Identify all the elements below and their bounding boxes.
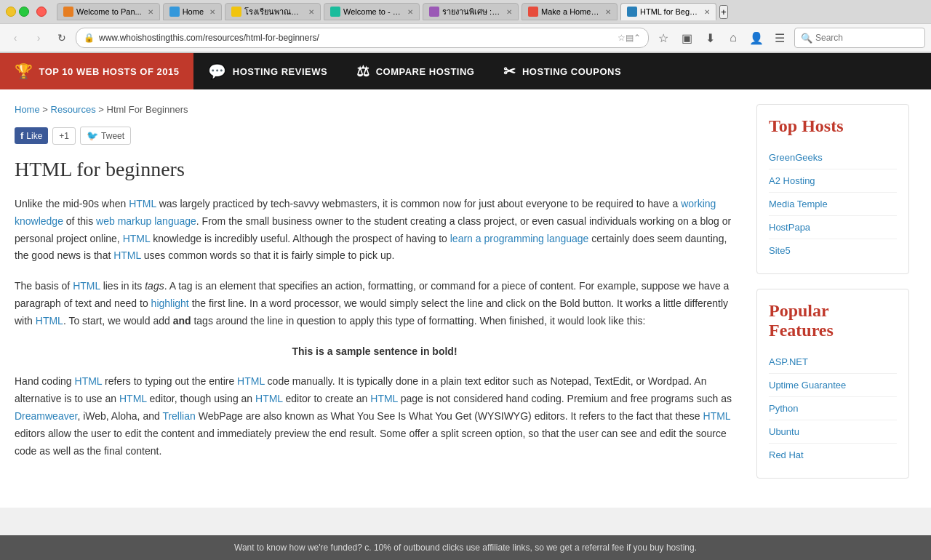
html-link-1[interactable]: HTML [129,198,156,209]
sidebar-link-redhat[interactable]: Red Hat [769,444,897,466]
popular-features-box: Popular Features ASP.NET Uptime Guarante… [756,289,909,479]
tab-close-2[interactable]: ✕ [209,8,215,16]
main-content: Home > Resources > Html For Beginners f … [0,89,931,508]
reload-button[interactable]: ↻ [52,28,71,47]
trellian-link[interactable]: Trellian [162,410,195,422]
tab-7-active[interactable]: HTML for Begin... ✕ [620,3,716,20]
highlight-link[interactable]: highlight [151,297,189,309]
html-link-2[interactable]: HTML [123,233,151,244]
facebook-icon: f [20,130,23,141]
tab-3[interactable]: โรงเรียนพาณทอง ... ✕ [225,3,321,20]
window-close[interactable] [36,7,47,17]
bookmark-button[interactable]: ☆ [653,28,674,48]
html-editor-link-2[interactable]: HTML [255,393,283,404]
breadcrumb: Home > Resources > Html For Beginners [15,104,735,115]
window-minimize[interactable] [6,7,16,17]
article-paragraph-1: Unlike the mid-90s when HTML was largely… [15,196,735,265]
new-tab-button[interactable]: + [719,5,728,19]
gplus-button[interactable]: +1 [52,127,76,145]
nav-compare-label: COMPARE HOSTING [376,66,475,77]
web-markup-link[interactable]: web markup language [96,215,196,227]
social-buttons: f Like +1 🐦 Tweet [15,127,735,145]
tab-label-5: รายงานพิเศษ : เคล็ดลัด... [442,5,500,18]
home-button[interactable]: ⌂ [723,28,743,48]
lock-icon: 🔒 [84,33,95,43]
download-button[interactable]: ⬇ [700,28,720,48]
sidebar-link-ubuntu[interactable]: Ubuntu [769,420,897,444]
tab-bar: Welcome to Pan... ✕ Home ✕ โรงเรียนพาณทอ… [0,0,931,23]
article: HTML for beginners Unlike the mid-90s wh… [15,158,735,460]
html-editor-link-1[interactable]: HTML [119,393,147,404]
tab-close-6[interactable]: ✕ [605,8,611,16]
trophy-icon: 🏆 [15,63,33,80]
tab-6[interactable]: Make a Home w... ✕ [522,3,618,20]
sidebar: Top Hosts GreenGeeks A2 Hosting Media Te… [749,104,916,493]
tab-label-3: โรงเรียนพาณทอง ... [244,5,303,18]
tweet-button[interactable]: 🐦 Tweet [80,127,131,145]
tweet-label: Tweet [101,131,124,141]
sidebar-link-mediatemple[interactable]: Media Temple [769,193,897,216]
html-link-3[interactable]: HTML [113,249,141,261]
tab-close-3[interactable]: ✕ [308,8,314,16]
sidebar-link-python[interactable]: Python [769,397,897,420]
pocket-button[interactable]: ▣ [676,28,697,48]
sidebar-link-hostpapa[interactable]: HostPapa [769,216,897,239]
nav-bar: ‹ › ↻ 🔒 www.whoishostingthis.com/resourc… [0,23,931,52]
toolbar-icons: ☆ ▣ ⬇ ⌂ 👤 ☰ [653,28,790,48]
scale-icon: ⚖ [356,63,370,80]
tab-2[interactable]: Home ✕ [163,3,222,20]
search-icon: 🔍 [801,33,812,44]
tab-close-5[interactable]: ✕ [506,8,512,16]
sidebar-link-aspnet[interactable]: ASP.NET [769,351,897,374]
learn-link[interactable]: learn a programming language [450,233,589,244]
nav-reviews-label: HOSTING REVIEWS [233,66,327,77]
sidebar-link-site5[interactable]: Site5 [769,239,897,262]
nav-reviews[interactable]: 💬 HOSTING REVIEWS [193,53,342,89]
tab-label-2: Home [183,7,204,16]
breadcrumb-current: Html For Beginners [107,104,188,115]
search-input[interactable] [815,33,903,43]
html-link-9[interactable]: HTML [703,410,731,422]
tab-5[interactable]: รายงานพิเศษ : เคล็ดลัด... ✕ [423,3,519,20]
url-bar[interactable]: 🔒 www.whoishostingthis.com/resources/htm… [76,28,649,48]
tab-close-1[interactable]: ✕ [148,8,153,16]
menu-button[interactable]: ☰ [770,28,790,48]
breadcrumb-resources[interactable]: Resources [51,104,96,115]
tab-label-7: HTML for Begin... [640,7,698,16]
tab-label-6: Make a Home w... [541,7,599,16]
site-nav: 🏆 TOP 10 WEB HOSTS OF 2015 💬 HOSTING REV… [0,53,931,89]
search-bar[interactable]: 🔍 [794,28,925,48]
sidebar-link-a2hosting[interactable]: A2 Hosting [769,169,897,193]
content-area: Home > Resources > Html For Beginners f … [0,104,749,493]
sample-bold-text: This is a sample sentence in bold! [15,343,735,361]
forward-button[interactable]: › [29,28,48,47]
browser-chrome: Welcome to Pan... ✕ Home ✕ โรงเรียนพาณทอ… [0,0,931,53]
avatar-button[interactable]: 👤 [746,28,767,48]
gplus-label: +1 [59,131,69,141]
back-button[interactable]: ‹ [6,28,25,47]
dreamweaver-link[interactable]: Dreamweaver [15,410,77,422]
facebook-like-button[interactable]: f Like [15,127,48,144]
nav-coupons[interactable]: ✂ HOSTING COUPONS [489,53,636,89]
tab-close-7[interactable]: ✕ [704,8,710,16]
breadcrumb-sep-1: > [42,104,50,115]
breadcrumb-home[interactable]: Home [15,104,40,115]
twitter-icon: 🐦 [87,130,98,141]
sidebar-link-uptime[interactable]: Uptime Guarantee [769,374,897,397]
tab-1[interactable]: Welcome to Pan... ✕ [57,3,160,20]
tab-4[interactable]: Welcome to - Kr... ✕ [324,3,420,20]
tab-favicon-4 [330,7,340,17]
article-title: HTML for beginners [15,158,735,181]
tab-favicon-3 [231,7,241,17]
html-link-6[interactable]: HTML [75,375,103,387]
html-link-8[interactable]: HTML [370,393,398,404]
tab-favicon-1 [63,7,73,17]
sidebar-link-greengeeks[interactable]: GreenGeeks [769,146,897,169]
nav-top10[interactable]: 🏆 TOP 10 WEB HOSTS OF 2015 [0,53,193,89]
html-link-5[interactable]: HTML [36,315,63,327]
nav-compare[interactable]: ⚖ COMPARE HOSTING [342,53,489,89]
html-link-4[interactable]: HTML [73,280,100,292]
tab-close-4[interactable]: ✕ [407,8,413,16]
window-maximize[interactable] [19,7,29,17]
html-link-7[interactable]: HTML [237,375,265,387]
